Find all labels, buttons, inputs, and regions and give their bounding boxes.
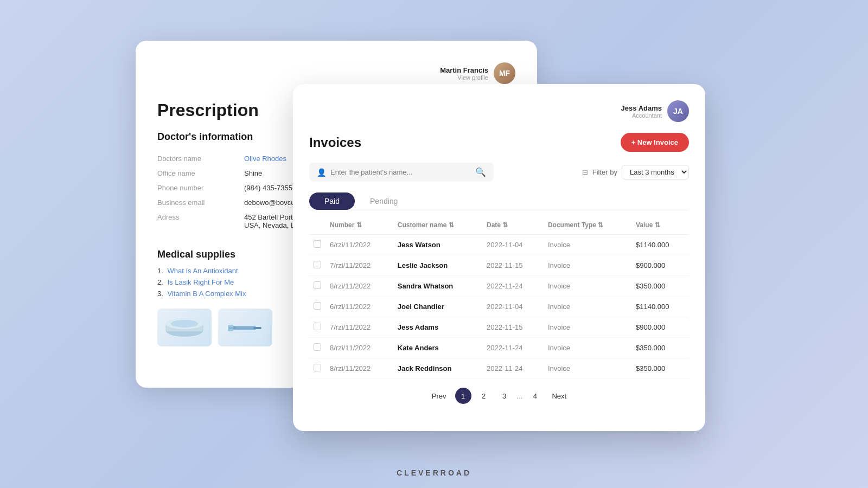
row-doctype: Invoice bbox=[544, 358, 631, 379]
tabs-row: Paid Pending bbox=[309, 192, 689, 210]
row-number: 7/rzi/11/2022 bbox=[326, 317, 393, 338]
page-1[interactable]: 1 bbox=[455, 388, 471, 404]
prescription-user-info: Martin Francis View profile bbox=[440, 66, 488, 81]
row-value: $1140.000 bbox=[631, 235, 689, 255]
field-label: Phone number bbox=[157, 181, 244, 195]
field-label: Doctors name bbox=[157, 151, 244, 166]
col-customer[interactable]: Customer name ⇅ bbox=[393, 216, 482, 235]
new-invoice-button[interactable]: + New Invoice bbox=[621, 133, 689, 152]
invoice-avatar: JA bbox=[667, 100, 689, 122]
row-date: 2022-11-04 bbox=[482, 297, 544, 317]
invoice-user-role: Accountant bbox=[621, 112, 662, 119]
row-doctype: Invoice bbox=[544, 317, 631, 338]
filter-label: Filter by bbox=[592, 168, 617, 176]
row-doctype: Invoice bbox=[544, 255, 631, 276]
row-value: $900.000 bbox=[631, 317, 689, 338]
row-customer: Leslie Jackson bbox=[393, 255, 482, 276]
table-row: 8/rzi/11/2022 Kate Anders 2022-11-24 Inv… bbox=[309, 338, 689, 358]
row-number: 6/rzi/11/2022 bbox=[326, 297, 393, 317]
row-checkbox-cell[interactable] bbox=[309, 297, 326, 317]
search-input[interactable] bbox=[330, 168, 471, 176]
row-number: 8/rzi/11/2022 bbox=[326, 276, 393, 297]
row-date: 2022-11-24 bbox=[482, 358, 544, 379]
row-number: 8/rzi/11/2022 bbox=[326, 338, 393, 358]
table-row: 6/rzi/11/2022 Joel Chandler 2022-11-04 I… bbox=[309, 297, 689, 317]
tab-pending[interactable]: Pending bbox=[355, 192, 413, 210]
col-value[interactable]: Value ⇅ bbox=[631, 216, 689, 235]
prescription-top-bar: Martin Francis View profile MF bbox=[157, 62, 515, 84]
row-checkbox-cell[interactable] bbox=[309, 235, 326, 255]
row-customer: Joel Chandler bbox=[393, 297, 482, 317]
search-icon[interactable]: 🔍 bbox=[475, 167, 486, 177]
field-label: Office name bbox=[157, 166, 244, 181]
medical-image-roll bbox=[157, 309, 212, 346]
page-dots: ... bbox=[517, 392, 523, 400]
tab-paid[interactable]: Paid bbox=[309, 192, 355, 210]
table-header-row: Number ⇅ Customer name ⇅ Date ⇅ Document… bbox=[309, 216, 689, 235]
table-row: 6/rzi/11/2022 Jess Watson 2022-11-04 Inv… bbox=[309, 235, 689, 255]
prescription-user-name: Martin Francis bbox=[440, 66, 488, 74]
row-doctype: Invoice bbox=[544, 297, 631, 317]
row-checkbox-cell[interactable] bbox=[309, 317, 326, 338]
search-filter-row: 👤 🔍 ⊟ Filter by Last 3 months Last 6 mon… bbox=[309, 163, 689, 182]
page-3[interactable]: 3 bbox=[496, 388, 513, 404]
row-checkbox-cell[interactable] bbox=[309, 255, 326, 276]
medical-image-syringe bbox=[218, 309, 272, 346]
table-row: 7/rzi/11/2022 Leslie Jackson 2022-11-15 … bbox=[309, 255, 689, 276]
row-date: 2022-11-24 bbox=[482, 276, 544, 297]
row-checkbox-cell[interactable] bbox=[309, 358, 326, 379]
invoice-table: Number ⇅ Customer name ⇅ Date ⇅ Document… bbox=[309, 216, 689, 379]
row-number: 8/rzi/11/2022 bbox=[326, 358, 393, 379]
row-value: $1140.000 bbox=[631, 297, 689, 317]
prescription-user-role[interactable]: View profile bbox=[440, 74, 488, 81]
col-number[interactable]: Number ⇅ bbox=[326, 216, 393, 235]
row-date: 2022-11-04 bbox=[482, 235, 544, 255]
row-doctype: Invoice bbox=[544, 235, 631, 255]
row-number: 7/rzi/11/2022 bbox=[326, 255, 393, 276]
row-value: $900.000 bbox=[631, 255, 689, 276]
pagination: Prev 1 2 3 ... 4 Next bbox=[309, 388, 689, 404]
row-number: 6/rzi/11/2022 bbox=[326, 235, 393, 255]
row-date: 2022-11-24 bbox=[482, 338, 544, 358]
prescription-avatar: MF bbox=[494, 62, 515, 84]
row-customer: Sandra Whatson bbox=[393, 276, 482, 297]
svg-point-3 bbox=[171, 320, 198, 328]
table-row: 8/rzi/11/2022 Jack Reddinson 2022-11-24 … bbox=[309, 358, 689, 379]
page-2[interactable]: 2 bbox=[476, 388, 492, 404]
invoice-header: Invoices + New Invoice bbox=[309, 133, 689, 152]
next-button[interactable]: Next bbox=[547, 390, 571, 402]
row-doctype: Invoice bbox=[544, 276, 631, 297]
row-customer: Jess Adams bbox=[393, 317, 482, 338]
row-customer: Kate Anders bbox=[393, 338, 482, 358]
filter-icon: ⊟ bbox=[582, 168, 588, 176]
col-date[interactable]: Date ⇅ bbox=[482, 216, 544, 235]
filter-dropdown[interactable]: Last 3 months Last 6 months Last year bbox=[622, 165, 689, 179]
table-row: 8/rzi/11/2022 Sandra Whatson 2022-11-24 … bbox=[309, 276, 689, 297]
invoice-card: Jess Adams Accountant JA Invoices + New … bbox=[293, 84, 705, 431]
invoice-user-name: Jess Adams bbox=[621, 104, 662, 112]
row-value: $350.000 bbox=[631, 276, 689, 297]
filter-row: ⊟ Filter by Last 3 months Last 6 months … bbox=[582, 165, 689, 179]
row-value: $350.000 bbox=[631, 338, 689, 358]
row-checkbox-cell[interactable] bbox=[309, 338, 326, 358]
col-doctype[interactable]: Document Type ⇅ bbox=[544, 216, 631, 235]
prev-button[interactable]: Prev bbox=[427, 390, 451, 402]
brand-footer: CLEVERROAD bbox=[397, 468, 471, 477]
field-label: Business email bbox=[157, 195, 244, 210]
invoice-user-info: Jess Adams Accountant bbox=[621, 104, 662, 119]
search-person-icon: 👤 bbox=[317, 168, 326, 177]
scene: Martin Francis View profile MF Date 18.0… bbox=[136, 41, 732, 447]
page-4[interactable]: 4 bbox=[527, 388, 543, 404]
row-value: $350.000 bbox=[631, 358, 689, 379]
row-doctype: Invoice bbox=[544, 338, 631, 358]
row-customer: Jess Watson bbox=[393, 235, 482, 255]
row-date: 2022-11-15 bbox=[482, 255, 544, 276]
table-row: 7/rzi/11/2022 Jess Adams 2022-11-15 Invo… bbox=[309, 317, 689, 338]
syringe-icon bbox=[224, 314, 267, 341]
field-label: Adress bbox=[157, 210, 244, 233]
row-date: 2022-11-15 bbox=[482, 317, 544, 338]
search-box: 👤 🔍 bbox=[309, 163, 494, 182]
row-customer: Jack Reddinson bbox=[393, 358, 482, 379]
roll-icon bbox=[163, 314, 206, 341]
row-checkbox-cell[interactable] bbox=[309, 276, 326, 297]
